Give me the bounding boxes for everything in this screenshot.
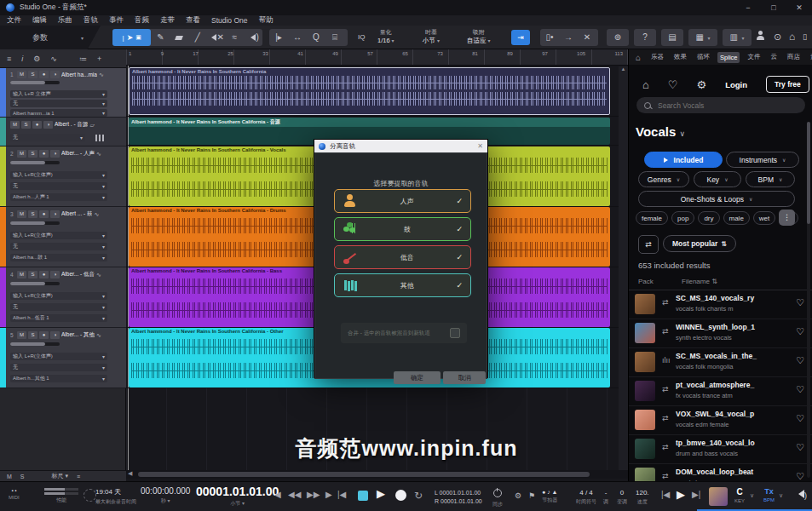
favorite-heart-icon[interactable]: ♡ xyxy=(796,471,804,481)
filter-genres[interactable]: Genres∨ xyxy=(638,171,689,187)
pack-art[interactable] xyxy=(635,294,655,314)
volume-slider[interactable] xyxy=(10,342,60,346)
record-arm-button[interactable]: ● xyxy=(39,150,49,158)
chevron-down-icon[interactable]: ∨ xyxy=(779,492,783,499)
filter-key[interactable]: Key∨ xyxy=(694,171,741,187)
take-select[interactable]: Albert h...其他 1▾ xyxy=(10,375,107,382)
search-bar[interactable] xyxy=(636,97,805,113)
pack-art[interactable] xyxy=(635,468,655,481)
track-name[interactable]: Albert . - 音源 xyxy=(55,121,88,129)
track-header-source[interactable]: M S ● ◑ Albert . - 音源 ▱ 无▾ xyxy=(0,118,126,146)
return-to-start-button[interactable]: |◀ xyxy=(337,490,346,499)
chevron-down-icon[interactable]: ∨ xyxy=(750,492,754,499)
video-button[interactable]: ▤ xyxy=(661,29,683,46)
grid-view-button[interactable]: ▦ ▾ xyxy=(688,29,717,46)
option-other[interactable]: 其他 ✓ xyxy=(334,273,471,297)
sync-icon[interactable]: ⊙ xyxy=(774,32,781,43)
hamburger-icon[interactable]: ≡ xyxy=(7,55,11,63)
metronome-settings[interactable]: ● ♪ ▲节拍器 xyxy=(542,489,558,504)
position-display[interactable]: 00001.01.01.00 小节 ▾ xyxy=(196,485,279,508)
track-name[interactable]: Albert ha...mia xyxy=(61,72,97,78)
sort-select[interactable]: Most popular⇅ xyxy=(663,235,736,252)
monitor-button[interactable]: ◑ xyxy=(50,150,60,158)
sample-row[interactable]: ılıı SC_MS_vocals_in_the_ vocals folk mo… xyxy=(629,348,812,377)
menu-item[interactable]: 帮助 xyxy=(259,15,274,26)
page-icon[interactable]: ▯ xyxy=(803,32,807,41)
split-tool-button[interactable]: ╱ xyxy=(188,29,207,46)
track-name[interactable]: Albert ... - 鼓 xyxy=(61,210,92,218)
input-select[interactable]: 输入 L+R(立体声) ▾ xyxy=(10,353,107,360)
home-icon[interactable]: ⌂ xyxy=(642,78,649,91)
sample-row[interactable]: ⇄ DOM_vocal_loop_beat vocals loop ♡ xyxy=(629,464,812,481)
menu-item[interactable]: 音频 xyxy=(135,15,149,26)
volume-slider[interactable] xyxy=(10,161,60,164)
bend-tool-button[interactable]: ≈ xyxy=(225,29,244,46)
record-arm-button[interactable]: ● xyxy=(39,271,49,278)
filter-included[interactable]: Included xyxy=(644,152,723,168)
menu-item[interactable]: 事件 xyxy=(109,15,124,26)
sample-row[interactable]: ⇄ WINNEL_synth_loop_1 synth electro voca… xyxy=(629,319,812,348)
track-name[interactable]: Alber... - 人声 xyxy=(61,150,95,158)
macro-button[interactable]: ⌸ xyxy=(325,29,344,46)
help-button[interactable]: ? xyxy=(634,29,656,46)
volume-speaker-icon[interactable]: ) xyxy=(794,490,807,500)
tag-chip[interactable]: wet xyxy=(753,211,775,225)
track-header[interactable]: 3 M S ● ◑ Albert ... - 鼓 ∿ 输入 L+R(立体声) ▾… xyxy=(0,207,126,267)
input-select[interactable]: 输入 L+R(立体声) ▾ xyxy=(10,171,107,179)
wrench-icon[interactable]: ⚙ xyxy=(33,55,40,63)
params-tab[interactable]: 参数▾ xyxy=(0,26,101,49)
pin-icon[interactable]: ⌂ xyxy=(633,51,643,64)
sample-name[interactable]: SC_MS_140_vocals_ry xyxy=(676,294,775,302)
solo-all-button[interactable]: S xyxy=(20,474,25,479)
menu-item[interactable]: 编辑 xyxy=(32,15,47,26)
pack-art[interactable] xyxy=(635,439,655,459)
mute-tool-button[interactable]: ✕ xyxy=(207,29,226,46)
timebase-setting[interactable]: 时基 小节▾ xyxy=(423,28,440,45)
track-list-options-icon[interactable]: ≔ xyxy=(79,55,87,63)
scrollbar-thumb[interactable] xyxy=(807,122,810,224)
track-header[interactable]: 4 M S ● ◑ Alber... - 低音 ∿ 输入 L+R(立体声) ▾ … xyxy=(0,267,126,328)
sync-toggle[interactable]: 同步 xyxy=(492,489,503,508)
merge-option-row[interactable]: 合并 - 选中的音轨被混音到新轨道 xyxy=(341,323,467,343)
tag-chip[interactable]: male xyxy=(723,211,750,225)
dialog-close-icon[interactable]: ✕ xyxy=(477,142,483,150)
marker-flag-icon[interactable]: ⚑ xyxy=(528,491,535,500)
tag-chip[interactable]: dry xyxy=(698,211,719,225)
menu-item[interactable]: 乐曲 xyxy=(58,15,72,26)
merge-checkbox[interactable] xyxy=(450,328,460,338)
gear-icon[interactable]: ⚙ xyxy=(697,78,707,91)
listen-tool-button[interactable]: ) xyxy=(244,29,262,46)
sample-name[interactable]: DOM_vocal_loop_beat xyxy=(676,468,775,476)
crossfade-button[interactable]: ✕ xyxy=(578,29,596,46)
maximize-button[interactable]: □ xyxy=(761,0,786,15)
mute-all-button[interactable]: M xyxy=(7,474,12,479)
loop-button[interactable]: ↻ xyxy=(414,490,423,502)
sample-name[interactable]: SC_MS_vocals_in_the_ xyxy=(676,352,775,360)
browser-tab[interactable]: 乐器 xyxy=(648,51,666,63)
inspector-icon[interactable]: i xyxy=(21,55,23,63)
take-select[interactable]: Albert h...人声 1▾ xyxy=(10,193,107,201)
track-header[interactable]: 5 M S ● ◑ Alber... - 其他 ∿ 输入 L+R(立体声) ▾ … xyxy=(0,328,126,388)
more-tags-button[interactable]: ⋮ xyxy=(779,210,795,226)
list-options-icon[interactable]: ≡ xyxy=(77,474,80,479)
search-input[interactable] xyxy=(656,100,787,111)
record-button[interactable] xyxy=(395,490,406,501)
preview-bpm[interactable]: Tx BPM xyxy=(763,487,775,502)
favorite-heart-icon[interactable]: ♡ xyxy=(796,413,804,424)
mixer-view-button[interactable]: ▥ ▾ xyxy=(723,29,752,46)
browser-tab[interactable]: 文件 xyxy=(745,51,763,63)
preview-artwork[interactable] xyxy=(709,487,728,506)
track-name[interactable]: Alber... - 其他 xyxy=(61,331,95,339)
favorite-heart-icon[interactable]: ♡ xyxy=(796,355,804,366)
sample-row[interactable]: ⇄ SC_MS_140_vocals_ry vocals folk chants… xyxy=(629,290,812,319)
heart-icon[interactable]: ♡ xyxy=(668,78,678,91)
solo-button[interactable]: S xyxy=(28,271,37,278)
monitor-button[interactable]: ◑ xyxy=(50,331,60,339)
pack-art[interactable] xyxy=(635,352,655,372)
mute-button[interactable]: M xyxy=(17,150,26,158)
record-arm-button[interactable]: ● xyxy=(39,210,49,218)
filter-bpm[interactable]: BPM∨ xyxy=(746,171,795,187)
menu-item[interactable]: 走带 xyxy=(160,15,175,26)
user-account-icon[interactable] xyxy=(757,32,763,41)
record-arm-button[interactable]: ● xyxy=(39,331,49,339)
